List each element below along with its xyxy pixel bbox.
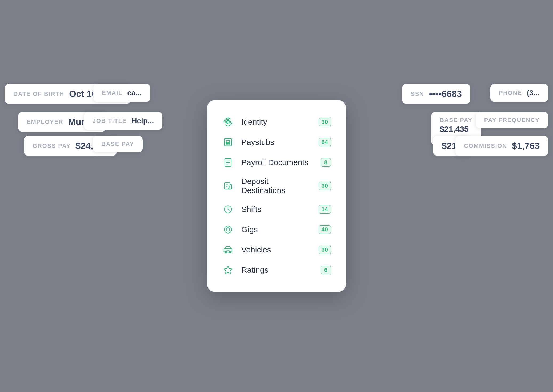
basepay2-label: BASE PAY — [440, 117, 472, 124]
grosspay-card: GROSS PAY $24,131 — [24, 136, 117, 156]
menu-item-vehicles[interactable]: Vehicles 30 — [222, 240, 331, 260]
svg-point-19 — [229, 251, 231, 253]
email-label: EMAIL — [102, 89, 122, 96]
employer-value: Munch — [68, 117, 98, 127]
phone-card: PHONE (3... — [490, 84, 548, 102]
phone-value: (3... — [527, 89, 540, 97]
svg-rect-1 — [225, 139, 232, 146]
payfreq-card: PAY FREQUENCY — [476, 112, 548, 128]
vehicles-label: Vehicles — [241, 245, 311, 254]
payroll-documents-badge: 8 — [321, 158, 331, 167]
grosspay-value: $24,131 — [75, 141, 108, 151]
employer-card: EMPLOYER Munch — [18, 112, 106, 132]
svg-point-0 — [228, 122, 229, 123]
paystubs-icon — [222, 136, 234, 148]
svg-rect-5 — [229, 141, 230, 144]
menu-item-payroll-documents[interactable]: Payroll Documents 8 — [222, 152, 331, 173]
main-modal: Identity 30 Paystubs 64 Payroll Doc — [207, 100, 346, 292]
ssn-card: SSN ••••6683 — [402, 84, 470, 104]
dob-label: DATE OF BIRTH — [13, 91, 64, 97]
basepay2-sub: per year — [440, 135, 457, 140]
identity-label: Identity — [241, 117, 311, 126]
svg-point-15 — [226, 228, 230, 231]
phone-label: PHONE — [499, 89, 522, 96]
paystubs-badge: 64 — [319, 138, 331, 146]
jobtitle-value: Help... — [131, 117, 154, 125]
dob-card: DATE OF BIRTH Oct 10, 1983 — [5, 84, 131, 104]
menu-item-deposit-destinations[interactable]: Deposit Destinations 30 — [222, 173, 331, 199]
deposit-destinations-badge: 30 — [319, 182, 331, 190]
email-card: EMAIL ca... — [93, 84, 150, 102]
clock-icon — [222, 203, 234, 215]
ratings-label: Ratings — [241, 266, 313, 275]
menu-item-shifts[interactable]: Shifts 14 — [222, 199, 331, 219]
payroll-documents-label: Payroll Documents — [241, 158, 313, 167]
deposit-icon — [222, 180, 234, 192]
gigs-label: Gigs — [241, 225, 311, 234]
svg-point-16 — [227, 227, 229, 228]
dob-value: Oct 10, 1983 — [69, 89, 122, 99]
deposit-destinations-label: Deposit Destinations — [241, 177, 311, 195]
gigs-badge: 40 — [319, 225, 331, 234]
ssn-label: SSN — [411, 91, 424, 97]
svg-rect-10 — [225, 183, 230, 189]
commission-card: COMMISSION $1,763 — [455, 136, 548, 156]
basepay-label: BASE PAY — [101, 141, 134, 148]
menu-item-paystubs[interactable]: Paystubs 64 — [222, 132, 331, 152]
tips-value: $217 — [442, 141, 462, 151]
menu-item-gigs[interactable]: Gigs 40 — [222, 219, 331, 240]
basepay2-value: $21,435 — [440, 125, 468, 134]
identity-badge: 30 — [319, 118, 331, 126]
commission-value: $1,763 — [512, 141, 540, 151]
email-value: ca... — [127, 89, 142, 97]
payfreq-label: PAY FREQUENCY — [484, 117, 540, 124]
vehicle-icon — [222, 244, 234, 256]
gigs-icon — [222, 224, 234, 235]
vehicles-badge: 30 — [319, 246, 331, 254]
basepay2-card: BASE PAY $21,435 per year — [431, 112, 481, 145]
shifts-badge: 14 — [319, 205, 331, 214]
menu-item-ratings[interactable]: Ratings 6 — [222, 260, 331, 280]
employer-label: EMPLOYER — [27, 119, 63, 125]
fingerprint-icon — [222, 116, 234, 128]
svg-point-18 — [225, 251, 227, 253]
grosspay-label: GROSS PAY — [33, 142, 71, 149]
jobtitle-label: JOB TITLE — [93, 117, 127, 124]
ssn-value: ••••6683 — [429, 89, 462, 99]
svg-rect-3 — [226, 142, 227, 144]
svg-marker-21 — [224, 266, 232, 274]
svg-rect-4 — [228, 143, 229, 144]
tips-card: $217 — [433, 136, 470, 156]
commission-label: COMMISSION — [464, 142, 507, 149]
document-icon — [222, 157, 234, 168]
ratings-badge: 6 — [321, 266, 331, 274]
shifts-label: Shifts — [241, 205, 311, 214]
star-icon — [222, 264, 234, 276]
menu-item-identity[interactable]: Identity 30 — [222, 112, 331, 132]
jobtitle-card: JOB TITLE Help... — [84, 112, 162, 130]
paystubs-label: Paystubs — [241, 138, 311, 147]
basepay-card: BASE PAY — [93, 136, 143, 152]
